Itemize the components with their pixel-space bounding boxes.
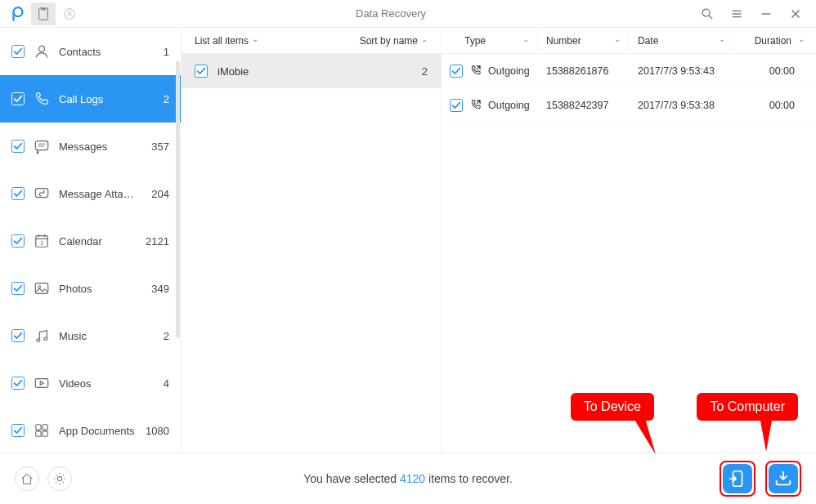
phone-icon (33, 90, 51, 108)
sidebar-item-video[interactable]: Videos4 (0, 359, 181, 407)
col-duration[interactable]: Duration (734, 28, 813, 53)
sidebar-checkbox[interactable] (11, 92, 25, 105)
sidebar-item-calendar[interactable]: Calendar2121 (0, 217, 181, 265)
sidebar-item-phone[interactable]: Call Logs2 (0, 75, 181, 123)
sidebar-item-label: Messages (59, 140, 137, 153)
sidebar-item-music[interactable]: Music2 (0, 312, 181, 359)
to-device-icon (727, 468, 748, 489)
chevron-up-icon (798, 36, 805, 45)
music-icon (33, 327, 51, 345)
row-checkbox[interactable] (195, 65, 208, 78)
sidebar-scrollbar[interactable] (176, 60, 180, 338)
sidebar-item-label: Music (59, 330, 137, 342)
sidebar-checkbox[interactable] (11, 377, 25, 390)
sidebar-checkbox[interactable] (11, 45, 25, 58)
chevron-up-icon (421, 36, 428, 45)
sidebar-item-appdoc[interactable]: App Documents1080 (0, 407, 181, 453)
home-button[interactable] (15, 466, 39, 491)
calendar-icon (33, 232, 51, 250)
sidebar-checkbox[interactable] (11, 234, 25, 248)
chevron-down-icon (719, 36, 725, 45)
col-number[interactable]: Number (538, 28, 630, 53)
sort-dropdown-label: Sort by name (360, 35, 418, 47)
settings-button[interactable] (47, 466, 72, 491)
tooltip-to-device: To Device (571, 393, 654, 421)
tab-user-disabled (57, 2, 82, 25)
sidebar-checkbox[interactable] (11, 140, 25, 153)
sidebar-item-count: 2121 (145, 235, 169, 248)
recover-to-computer-button[interactable] (765, 461, 801, 497)
col-type[interactable]: Type (442, 28, 538, 53)
row-checkbox[interactable] (450, 65, 463, 78)
sidebar-item-label: Photos (59, 283, 137, 295)
recover-to-device-button[interactable] (720, 461, 755, 497)
list-item[interactable]: iMobie 2 (182, 54, 441, 88)
sidebar-item-attach[interactable]: Message Attach...204 (0, 170, 181, 217)
sidebar-item-count: 1 (145, 46, 169, 58)
row-checkbox[interactable] (450, 99, 463, 112)
attach-icon (33, 185, 51, 203)
video-icon (33, 374, 51, 392)
selected-count: 4120 (400, 472, 425, 485)
call-duration: 00:00 (734, 100, 813, 111)
contact-icon (33, 42, 51, 60)
outgoing-call-icon (469, 99, 482, 111)
list-item-count: 2 (422, 65, 428, 78)
title-bar: Data Recovery (0, 0, 816, 28)
menu-icon[interactable] (729, 7, 744, 21)
sidebar-checkbox[interactable] (11, 187, 25, 200)
list-dropdown[interactable]: List all items (195, 35, 360, 47)
call-type: Outgoing (488, 65, 530, 77)
call-number: 15388242397 (538, 100, 630, 111)
call-date: 2017/7/3 9:53:38 (630, 100, 734, 111)
sidebar-item-label: Calendar (59, 235, 137, 248)
to-computer-icon (773, 468, 794, 489)
sidebar-item-count: 2 (145, 330, 169, 342)
sidebar-item-label: Call Logs (59, 93, 137, 105)
search-icon[interactable] (700, 7, 715, 21)
sidebar-item-label: Videos (59, 377, 137, 390)
footer: You have selected 4120 items to recover. (0, 453, 816, 504)
col-date[interactable]: Date (630, 28, 734, 53)
call-date: 2017/7/3 9:53:43 (630, 65, 734, 77)
sidebar-item-photo[interactable]: Photos349 (0, 265, 181, 312)
close-icon[interactable] (788, 7, 803, 21)
sort-dropdown[interactable]: Sort by name (360, 35, 428, 47)
tab-clipboard[interactable] (31, 2, 56, 25)
sidebar-item-count: 349 (145, 283, 169, 295)
sidebar-item-label: Contacts (59, 46, 137, 58)
chevron-up-icon (522, 36, 529, 45)
table-row[interactable]: Outgoing153882423972017/7/3 9:53:3800:00 (442, 88, 816, 123)
footer-status: You have selected 4120 items to recover. (0, 472, 816, 485)
items-header: List all items Sort by name (182, 28, 441, 54)
sidebar-item-message[interactable]: Messages357 (0, 123, 181, 170)
call-duration: 00:00 (734, 65, 813, 77)
app-logo-icon (7, 2, 29, 25)
sidebar-item-contact[interactable]: Contacts1 (0, 28, 181, 75)
sidebar-item-count: 2 (145, 93, 169, 105)
list-item-name: iMobie (217, 65, 412, 78)
sidebar-checkbox[interactable] (11, 424, 25, 437)
sidebar-item-count: 4 (145, 377, 169, 390)
sidebar-checkbox[interactable] (11, 329, 25, 342)
main-area: Contacts1Call Logs2Messages357Message At… (0, 28, 816, 453)
sidebar-checkbox[interactable] (11, 282, 25, 295)
minimize-icon[interactable] (759, 7, 773, 21)
message-icon (33, 137, 51, 155)
chevron-up-icon (614, 36, 621, 45)
sidebar: Contacts1Call Logs2Messages357Message At… (0, 28, 182, 453)
call-type: Outgoing (488, 100, 530, 111)
outgoing-call-icon (469, 65, 482, 77)
sidebar-item-count: 1080 (145, 425, 169, 437)
sidebar-item-count: 357 (145, 140, 169, 153)
detail-pane: Type Number Date Duration Outgoing153882… (442, 28, 816, 453)
window-title: Data Recovery (82, 7, 700, 20)
sidebar-item-label: Message Attach... (59, 188, 137, 200)
sidebar-item-count: 204 (145, 188, 169, 200)
items-pane: List all items Sort by name iMobie 2 (182, 28, 442, 453)
sidebar-item-label: App Documents (59, 425, 137, 437)
tooltip-to-computer: To Computer (697, 393, 798, 421)
table-row[interactable]: Outgoing153882618762017/7/3 9:53:4300:00 (442, 54, 816, 88)
call-number: 15388261876 (538, 65, 630, 77)
list-dropdown-label: List all items (195, 35, 249, 47)
